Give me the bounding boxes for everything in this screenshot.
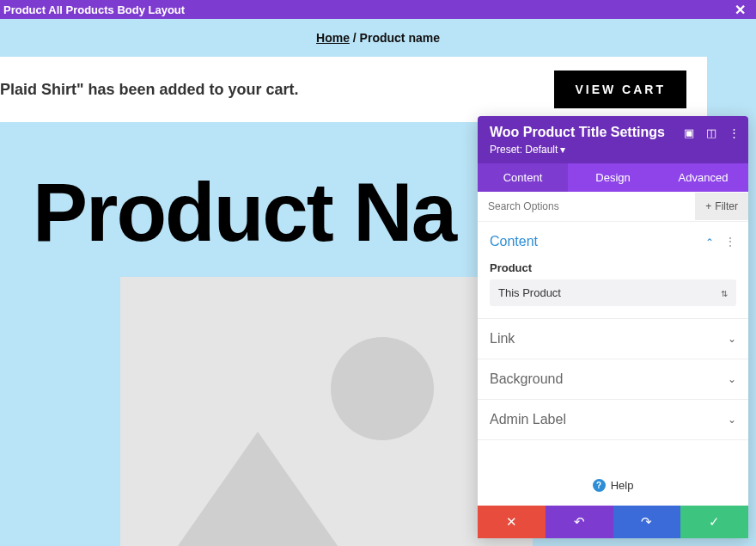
breadcrumb-sep: / <box>350 31 360 45</box>
filter-button[interactable]: + Filter <box>695 193 748 220</box>
section-content: Content ⌃ ⋮ Product This Product ⇅ <box>478 222 748 319</box>
section-content-body: Product This Product ⇅ <box>478 261 748 318</box>
caret-down-icon: ▾ <box>560 144 565 156</box>
footer-buttons: ✕ ↶ ↷ ✓ <box>478 506 748 538</box>
columns-icon[interactable]: ◫ <box>706 126 716 139</box>
placeholder-circle <box>331 337 434 440</box>
section-content-header[interactable]: Content ⌃ ⋮ <box>478 222 748 261</box>
help-icon: ? <box>593 479 606 492</box>
panel-header-icons: ▣ ◫ ⋮ <box>684 126 740 139</box>
cart-notice: Plaid Shirt" has been added to your cart… <box>0 57 707 122</box>
tab-design[interactable]: Design <box>568 163 658 192</box>
help-label: Help <box>611 479 634 492</box>
preset-dropdown[interactable]: Preset: Default ▾ <box>490 144 565 156</box>
section-background-header[interactable]: Background ⌄ <box>478 359 748 399</box>
section-admin-label-title: Admin Label <box>490 412 566 427</box>
section-admin-label: Admin Label ⌄ <box>478 400 748 440</box>
plus-icon: + <box>705 200 711 212</box>
product-select[interactable]: This Product <box>490 279 736 306</box>
product-field-label: Product <box>490 261 736 274</box>
view-cart-button[interactable]: VIEW CART <box>554 71 686 108</box>
section-background-title: Background <box>490 371 563 387</box>
product-image-placeholder <box>120 277 533 546</box>
top-bar: Product All Products Body Layout ✕ <box>0 0 756 19</box>
section-background: Background ⌄ <box>478 359 748 400</box>
settings-panel: Woo Product Title Settings Preset: Defau… <box>478 116 748 538</box>
breadcrumb-home[interactable]: Home <box>316 31 350 45</box>
help-row[interactable]: ? Help <box>478 465 748 506</box>
placeholder-triangle <box>137 432 378 546</box>
close-icon[interactable]: ✕ <box>735 2 746 18</box>
chevron-down-icon: ⌄ <box>728 373 736 385</box>
breadcrumb: Home / Product name <box>0 19 756 57</box>
breadcrumb-current: Product name <box>360 31 440 45</box>
section-more-icon[interactable]: ⋮ <box>724 235 736 248</box>
section-link: Link ⌄ <box>478 319 748 359</box>
more-icon[interactable]: ⋮ <box>729 126 740 139</box>
redo-button[interactable]: ↷ <box>613 506 681 538</box>
chevron-down-icon: ⌄ <box>728 333 736 345</box>
notice-text: Plaid Shirt" has been added to your cart… <box>0 81 299 99</box>
chevron-down-icon: ⌄ <box>728 414 736 426</box>
search-input[interactable] <box>478 192 695 221</box>
section-link-header[interactable]: Link ⌄ <box>478 319 748 359</box>
chevron-up-icon: ⌃ <box>705 236 714 248</box>
top-bar-title: Product All Products Body Layout <box>3 3 185 16</box>
product-select-wrap: This Product ⇅ <box>490 279 736 306</box>
expand-icon[interactable]: ▣ <box>684 126 694 139</box>
section-content-title: Content <box>490 234 538 249</box>
tabs: Content Design Advanced <box>478 163 748 192</box>
cancel-button[interactable]: ✕ <box>478 506 546 538</box>
tab-content[interactable]: Content <box>478 163 568 192</box>
tab-advanced[interactable]: Advanced <box>658 163 748 192</box>
section-link-title: Link <box>490 331 515 347</box>
panel-header: Woo Product Title Settings Preset: Defau… <box>478 116 748 163</box>
save-button[interactable]: ✓ <box>680 506 748 538</box>
undo-button[interactable]: ↶ <box>546 506 613 538</box>
search-row: + Filter <box>478 192 748 222</box>
section-admin-label-header[interactable]: Admin Label ⌄ <box>478 400 748 439</box>
